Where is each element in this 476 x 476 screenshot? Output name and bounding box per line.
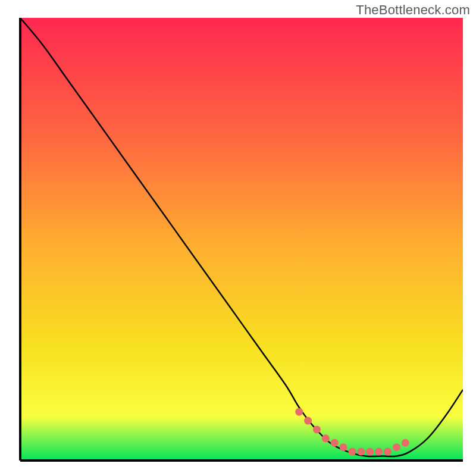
- optimal-marker: [375, 448, 383, 456]
- optimal-marker: [349, 448, 356, 456]
- optimal-marker: [402, 439, 409, 447]
- watermark-text: TheBottleneck.com: [356, 2, 470, 18]
- optimal-marker: [295, 408, 303, 416]
- optimal-marker: [340, 443, 347, 451]
- optimal-marker: [331, 439, 339, 447]
- chart-container: { "watermark": "TheBottleneck.com", "col…: [0, 0, 476, 476]
- optimal-marker: [384, 448, 392, 456]
- optimal-marker: [322, 434, 330, 442]
- optimal-marker: [393, 443, 400, 451]
- optimal-marker: [313, 425, 321, 433]
- plot-background: [20, 18, 463, 461]
- optimal-marker: [304, 417, 312, 425]
- optimal-marker: [357, 448, 365, 456]
- optimal-marker: [366, 448, 374, 456]
- bottleneck-chart: [0, 0, 476, 476]
